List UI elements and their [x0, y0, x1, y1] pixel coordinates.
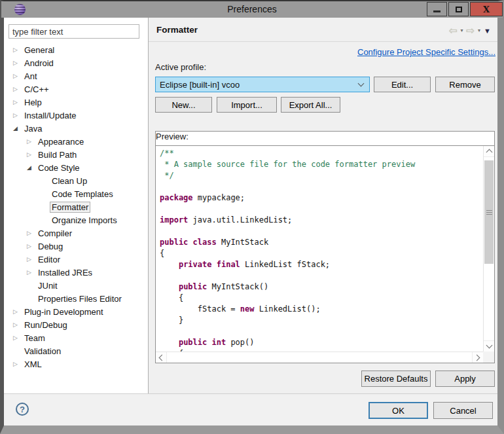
tree-item-ant[interactable]: ▷Ant	[4, 69, 147, 82]
forward-history-icon[interactable]: ▾	[478, 27, 480, 33]
tree-collapsed-arrow-icon[interactable]: ▷	[13, 309, 22, 315]
page-title: Formatter	[156, 25, 198, 35]
tree-item-label: Formatter	[50, 202, 90, 213]
scroll-left-button[interactable]	[156, 352, 167, 363]
cancel-button[interactable]: Cancel	[433, 402, 493, 419]
filter-input[interactable]	[9, 24, 139, 39]
tree-collapsed-arrow-icon[interactable]: ▷	[13, 86, 22, 92]
tree-item-run-debug[interactable]: ▷Run/Debug	[4, 318, 147, 331]
tree-item-c-c[interactable]: ▷C/C++	[4, 82, 147, 96]
tree-collapsed-arrow-icon[interactable]: ▷	[13, 60, 22, 66]
active-profile-select[interactable]: Eclipse [built-in] vcoo	[155, 77, 370, 92]
import-button[interactable]: Import...	[217, 97, 277, 113]
restore-defaults-button[interactable]: Restore Defaults	[361, 371, 431, 387]
scroll-down-icon	[486, 342, 492, 349]
tree-item-debug[interactable]: ▷Debug	[4, 240, 147, 253]
code-preview: /** * A sample source file for the code …	[156, 146, 483, 352]
tree-item-compiler[interactable]: ▷Compiler	[4, 226, 147, 240]
tree-collapsed-arrow-icon[interactable]: ▷	[13, 47, 22, 53]
tree-item-installed-jres[interactable]: ▷Installed JREs	[4, 266, 147, 279]
active-profile-label: Active profile:	[155, 62, 206, 72]
tree-collapsed-arrow-icon[interactable]: ▷	[27, 257, 36, 262]
code-line: {	[160, 248, 483, 259]
code-line	[160, 204, 483, 215]
horizontal-scrollbar[interactable]	[156, 352, 483, 363]
tree-item-label: Code Style	[36, 162, 82, 173]
scroll-up-button[interactable]	[484, 146, 494, 157]
tree-item-appearance[interactable]: ▷Appearance	[4, 135, 147, 148]
new-button[interactable]: New...	[155, 97, 212, 113]
tree-item-general[interactable]: ▷General	[4, 43, 147, 56]
chevron-down-icon	[358, 81, 365, 87]
vertical-scrollbar[interactable]	[483, 146, 494, 352]
tree-collapsed-arrow-icon[interactable]: ▷	[13, 113, 22, 118]
tree-item-label: Clean Up	[50, 175, 89, 187]
vertical-scrollbar-thumb[interactable]	[484, 160, 494, 264]
tree-item-label: Organize Imports	[50, 215, 119, 226]
tree-item-formatter[interactable]: Formatter	[4, 200, 147, 213]
close-button[interactable]: X	[470, 2, 503, 16]
tree-collapsed-arrow-icon[interactable]: ▷	[13, 73, 22, 79]
tree-item-label: Properties Files Editor	[36, 293, 124, 304]
code-line: import java.util.LinkedList;	[160, 215, 483, 226]
tree-expanded-arrow-icon[interactable]: ◢	[27, 165, 36, 171]
tree-item-build-path[interactable]: ▷Build Path	[4, 148, 147, 161]
tree-collapsed-arrow-icon[interactable]: ▷	[13, 361, 22, 367]
footer: ? OK Cancel	[4, 394, 497, 425]
scroll-right-button[interactable]	[472, 352, 483, 363]
tree-item-clean-up[interactable]: Clean Up	[4, 174, 147, 187]
tree-item-code-templates[interactable]: Code Templates	[4, 187, 147, 200]
forward-icon[interactable]: ⇨	[467, 26, 475, 35]
tree-item-label: Installed JREs	[36, 267, 94, 278]
back-history-icon[interactable]: ▾	[461, 27, 463, 33]
formatter-page: Formatter ⇦ ▾ ⇨ ▾ ▼ Configure Project Sp…	[149, 18, 497, 393]
titlebar[interactable]: Preferences X	[1, 1, 503, 18]
ok-button[interactable]: OK	[369, 402, 428, 419]
scroll-down-button[interactable]	[484, 340, 494, 352]
tree-expanded-arrow-icon[interactable]: ◢	[13, 126, 22, 132]
tree-collapsed-arrow-icon[interactable]: ▷	[13, 99, 22, 105]
tree-item-organize-imports[interactable]: Organize Imports	[4, 213, 147, 226]
tree-item-label: JUnit	[36, 280, 60, 291]
tree-item-plug-in-development[interactable]: ▷Plug-in Development	[4, 305, 147, 318]
maximize-button[interactable]	[448, 2, 469, 16]
tree-collapsed-arrow-icon[interactable]: ▷	[27, 270, 36, 276]
tree-item-validation[interactable]: Validation	[4, 344, 147, 357]
tree-collapsed-arrow-icon[interactable]: ▷	[27, 152, 36, 158]
tree-item-team[interactable]: ▷Team	[4, 331, 147, 344]
tree-collapsed-arrow-icon[interactable]: ▷	[13, 322, 22, 328]
minimize-button[interactable]	[427, 2, 447, 16]
edit-button[interactable]: Edit...	[374, 77, 431, 92]
tree-item-properties-files-editor[interactable]: Properties Files Editor	[4, 292, 147, 305]
tree-item-android[interactable]: ▷Android	[4, 56, 147, 69]
tree-item-code-style[interactable]: ◢Code Style	[4, 161, 147, 174]
preferences-dialog: Preferences X ▷General▷Android▷Ant▷C/C++…	[0, 0, 504, 434]
tree-item-xml[interactable]: ▷XML	[4, 357, 147, 371]
code-line: public int pop()	[160, 337, 483, 348]
tree-item-install-update[interactable]: ▷Install/Update	[4, 109, 147, 122]
tree-item-java[interactable]: ◢Java	[4, 122, 147, 135]
page-nav: ⇦ ▾ ⇨ ▾ ▼	[449, 26, 491, 35]
tree-item-label: Team	[22, 333, 47, 344]
tree-collapsed-arrow-icon[interactable]: ▷	[27, 139, 36, 145]
tree-item-editor[interactable]: ▷Editor	[4, 253, 147, 266]
preview-pane[interactable]: /** * A sample source file for the code …	[155, 145, 495, 363]
tree-item-junit[interactable]: JUnit	[4, 279, 147, 292]
tree-item-help[interactable]: ▷Help	[4, 96, 147, 109]
help-icon[interactable]: ?	[16, 403, 29, 416]
configure-project-settings-link[interactable]: Configure Project Specific Settings...	[357, 47, 495, 57]
tree-item-label: Install/Update	[22, 110, 79, 121]
back-icon[interactable]: ⇦	[449, 26, 458, 35]
tree-collapsed-arrow-icon[interactable]: ▷	[27, 230, 36, 236]
tree-item-label: Editor	[36, 254, 62, 265]
tree-collapsed-arrow-icon[interactable]: ▷	[13, 335, 22, 341]
remove-button[interactable]: Remove	[435, 77, 495, 92]
preferences-tree: ▷General▷Android▷Ant▷C/C++▷Help▷Install/…	[4, 43, 147, 371]
export-all-button[interactable]: Export All...	[281, 97, 340, 113]
code-line: * A sample source file for the code form…	[160, 159, 483, 170]
view-menu-icon[interactable]: ▼	[484, 27, 491, 35]
tree-item-label: Compiler	[36, 228, 74, 239]
tree-item-label: Validation	[22, 346, 63, 357]
apply-button[interactable]: Apply	[435, 371, 495, 387]
tree-collapsed-arrow-icon[interactable]: ▷	[27, 244, 36, 249]
